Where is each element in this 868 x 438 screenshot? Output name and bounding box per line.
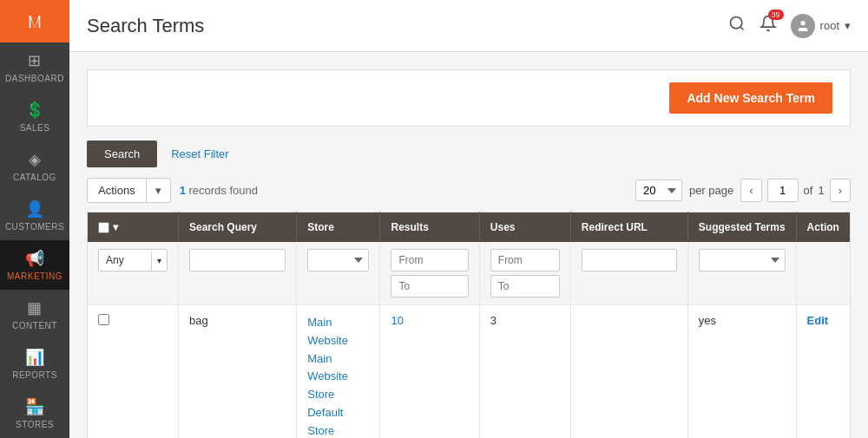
svg-point-2: [800, 21, 805, 25]
row-redirect-url: [570, 305, 687, 439]
sidebar-item-label: STORES: [16, 420, 54, 429]
filter-uses-from-input[interactable]: [490, 249, 560, 271]
customers-icon: 👤: [25, 199, 45, 219]
user-name: root: [820, 19, 839, 32]
main-content: Search Terms 39 root ▾: [69, 0, 868, 438]
table-row: bag Main Website Main Website Store Defa…: [88, 305, 851, 439]
search-button[interactable]: Search: [87, 141, 157, 167]
user-dropdown-arrow: ▾: [845, 19, 851, 32]
records-found: 1 records found: [180, 184, 258, 197]
any-dropdown[interactable]: Any ▾: [98, 249, 168, 271]
filter-any-cell: Any ▾: [88, 242, 179, 305]
catalog-icon: ◈: [29, 150, 42, 169]
filter-row: Any ▾: [88, 242, 851, 305]
sidebar-item-label: CATALOG: [13, 173, 56, 182]
actions-label: Actions: [88, 179, 147, 202]
search-icon[interactable]: [728, 15, 746, 36]
per-page-dropdown[interactable]: 20 30 50 100: [635, 180, 682, 201]
filter-uses-cell: [479, 242, 570, 305]
action-bar: Add New Search Term: [87, 69, 851, 127]
sidebar-item-label: DASHBOARD: [5, 74, 64, 83]
stores-icon: 🏪: [25, 397, 45, 416]
content-area: Add New Search Term Search Reset Filter …: [69, 52, 868, 438]
reports-icon: 📊: [25, 348, 45, 367]
th-suggested-terms: Suggested Terms: [687, 212, 796, 243]
content-icon: ▦: [27, 298, 43, 317]
store-info: Main Website Main Website Store Default …: [307, 314, 369, 438]
actions-dropdown[interactable]: Actions ▾: [87, 178, 171, 203]
header-right: 39 root ▾: [728, 14, 851, 38]
next-page-button[interactable]: ›: [830, 179, 851, 202]
row-store: Main Website Main Website Store Default …: [297, 305, 380, 439]
filter-store-select[interactable]: [307, 249, 369, 271]
pagination: ‹ of 1 ›: [740, 179, 851, 202]
prev-page-button[interactable]: ‹: [740, 179, 761, 202]
filter-redirect-url-cell: [570, 242, 687, 305]
svg-line-1: [740, 27, 743, 30]
store-line3: Default Store: [307, 404, 369, 438]
sidebar-item-marketing[interactable]: 📢 MARKETING: [0, 240, 69, 290]
sidebar-item-catalog[interactable]: ◈ CATALOG: [0, 141, 69, 191]
filter-results-from-input[interactable]: [391, 249, 468, 271]
sidebar-item-label: SALES: [20, 123, 50, 133]
page-number-input[interactable]: [767, 179, 799, 202]
row-suggested-terms: yes: [687, 305, 796, 439]
sales-icon: 💲: [25, 101, 45, 120]
reset-filter-button[interactable]: Reset Filter: [168, 141, 232, 167]
actions-dropdown-arrow[interactable]: ▾: [147, 179, 170, 202]
filter-suggested-terms-select[interactable]: Yes No: [699, 249, 786, 271]
select-all-checkbox[interactable]: [98, 222, 109, 233]
filter-suggested-terms-cell: Yes No: [687, 242, 796, 305]
avatar: [791, 14, 815, 38]
dashboard-icon: ⊞: [28, 51, 42, 70]
sidebar-item-sales[interactable]: 💲 SALES: [0, 92, 69, 141]
th-store: Store: [297, 212, 380, 243]
data-table: ▾ Search Query Store Results Uses: [87, 212, 851, 438]
row-uses: 3: [479, 305, 570, 439]
sidebar-item-content[interactable]: ▦ CONTENT: [0, 290, 69, 339]
page-title: Search Terms: [87, 15, 204, 37]
per-page-select: 20 30 50 100 per page: [635, 180, 733, 201]
user-menu[interactable]: root ▾: [791, 14, 851, 38]
row-results: 10: [380, 305, 479, 439]
sidebar-item-reports[interactable]: 📊 REPORTS: [0, 339, 69, 389]
sidebar-item-customers[interactable]: 👤 CUSTOMERS: [0, 191, 69, 240]
edit-link[interactable]: Edit: [807, 314, 829, 327]
svg-point-0: [730, 17, 741, 29]
filter-search-query-cell: [179, 242, 297, 305]
notifications-icon[interactable]: 39: [760, 15, 777, 36]
marketing-icon: 📢: [25, 249, 45, 268]
records-suffix: records found: [189, 184, 259, 197]
filter-results-to-input[interactable]: [391, 275, 468, 297]
row-checkbox-cell: [88, 305, 179, 439]
sidebar-item-label: CUSTOMERS: [5, 222, 64, 232]
page-header: Search Terms 39 root ▾: [69, 0, 868, 52]
th-results: Results: [380, 212, 479, 243]
sidebar-item-dashboard[interactable]: ⊞ DASHBOARD: [0, 42, 69, 92]
th-checkbox: ▾: [88, 212, 179, 243]
filter-action-cell: [796, 242, 850, 305]
records-count: 1: [180, 184, 186, 197]
filter-search-query-input[interactable]: [189, 249, 286, 271]
row-checkbox[interactable]: [98, 314, 109, 325]
sidebar-item-label: REPORTS: [12, 370, 57, 380]
results-link[interactable]: 10: [391, 314, 403, 327]
filter-results-cell: [380, 242, 479, 305]
any-label: Any: [99, 250, 151, 271]
page-total: 1: [818, 184, 824, 197]
sidebar-logo[interactable]: [0, 0, 69, 42]
add-new-search-term-button[interactable]: Add New Search Term: [669, 82, 832, 114]
per-page-label: per page: [689, 184, 733, 197]
toolbar-row: Actions ▾ 1 records found 20 30 50 100 p: [87, 178, 851, 203]
filter-uses-to-input[interactable]: [490, 275, 560, 297]
filter-redirect-url-input[interactable]: [582, 249, 677, 271]
th-uses: Uses: [479, 212, 570, 243]
notification-count: 39: [768, 10, 784, 20]
sidebar-item-stores[interactable]: 🏪 STORES: [0, 389, 69, 438]
sidebar-item-label: CONTENT: [12, 321, 57, 330]
any-arrow[interactable]: ▾: [151, 252, 167, 270]
th-search-query: Search Query: [179, 212, 297, 243]
row-search-query: bag: [179, 305, 297, 439]
th-checkbox-arrow[interactable]: ▾: [113, 221, 118, 233]
row-action: Edit: [796, 305, 850, 439]
